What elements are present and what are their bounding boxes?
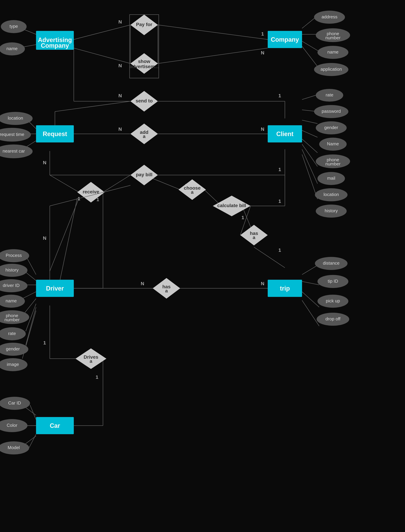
cardinality-paybill-1: 1 <box>278 167 281 172</box>
entity-company-label: Company <box>271 36 299 43</box>
attr-request-time-label: request time <box>0 132 24 137</box>
attr-client-location-label: location <box>324 192 339 197</box>
attr-request-location-label: location <box>8 115 23 121</box>
rel-show-ad-label1: show <box>138 59 150 64</box>
attr-driver-phone-label2: number <box>5 317 20 322</box>
attr-driver-image-label: image <box>7 362 19 367</box>
rel-calculate-bill-label: calculate bill <box>217 203 246 208</box>
svg-line-50 <box>302 300 319 326</box>
attr-trip-pick-up-label: pick up <box>326 298 340 303</box>
rel-send-to-label: send to <box>135 98 153 103</box>
rel-has-a1-label2: a <box>253 235 255 240</box>
svg-line-3 <box>158 48 268 63</box>
svg-line-20 <box>302 144 317 167</box>
attr-trip-tip-id-label: tip ID <box>328 278 338 284</box>
entity-trip-label: trip <box>280 285 290 292</box>
svg-line-67 <box>29 434 36 448</box>
svg-line-31 <box>50 175 79 192</box>
rel-pay-for-label: Pay for <box>136 22 152 27</box>
attr-client-mail-label: mail <box>327 175 335 181</box>
attr-trip-distance-label: distance <box>323 261 340 266</box>
rel-has-a2-label2: a <box>165 288 168 293</box>
cardinality-send-1: 1 <box>278 93 281 98</box>
rel-show-ad-label2: advertisem... <box>129 64 159 69</box>
cardinality-add-n2: N <box>261 127 264 132</box>
svg-line-49 <box>302 292 319 307</box>
er-diagram: N 1 N N N 1 N N N 1 a 1 1 N 1 N N 1 1 Ad… <box>0 0 405 532</box>
attr-driver-history-label: history <box>6 267 19 273</box>
cardinality-calcbill-1: 1 <box>278 199 281 204</box>
attr-trip-drop-off-label: drop off <box>325 316 340 321</box>
entity-request-label: Request <box>43 130 67 137</box>
svg-line-65 <box>30 405 36 420</box>
cardinality-paybill-n: N <box>43 160 46 165</box>
attr-driver-id-label: driver ID <box>3 283 20 288</box>
cardinality-show-n2: N <box>261 50 264 55</box>
attr-company-phone-label2: number <box>325 35 340 40</box>
svg-line-21 <box>302 149 317 184</box>
svg-line-17 <box>302 120 317 124</box>
svg-line-63 <box>302 46 319 69</box>
attr-driver-process-label: Process <box>6 253 22 258</box>
attr-client-history-label: history <box>325 208 338 213</box>
cardinality-receive-right: 1 <box>96 197 99 202</box>
attr-car-color-label: Color <box>7 423 17 428</box>
svg-line-15 <box>302 95 316 100</box>
svg-line-68 <box>103 175 130 192</box>
cardinality-hasa1-top: 1 <box>242 215 244 220</box>
attr-client-gender-label: gender <box>324 125 338 130</box>
cardinality-add-n: N <box>118 127 122 132</box>
svg-line-2 <box>158 25 268 40</box>
cardinality-send-n: N <box>118 93 122 98</box>
entity-car-label: Car <box>50 422 60 429</box>
entity-advertising-company-label2: Company <box>41 42 69 49</box>
rel-choose-label2: a <box>191 189 194 195</box>
cardinality-hasa1-1: 1 <box>278 248 281 253</box>
entity-driver-label-real: Driver <box>46 285 64 292</box>
svg-line-60 <box>302 17 316 28</box>
attr-car-model-label: Model <box>8 445 20 450</box>
entity-client-label: Client <box>276 130 293 137</box>
attr-client-rate-label: rate <box>326 92 333 97</box>
attr-driver-name-label: name <box>6 298 17 303</box>
svg-line-22 <box>302 155 317 199</box>
svg-line-1 <box>74 48 130 63</box>
svg-line-19 <box>302 139 317 153</box>
attr-driver-rate-label: rate <box>8 331 16 336</box>
svg-line-45 <box>26 307 36 345</box>
svg-line-18 <box>302 130 317 137</box>
attr-client-phone-label2: number <box>325 161 340 167</box>
cardinality-pay-for-1: 1 <box>261 31 264 37</box>
rel-add-label2: a <box>143 134 146 139</box>
cardinality-pay-for-n: N <box>118 19 122 25</box>
attr-adv-name-label: name <box>6 46 18 51</box>
svg-line-73 <box>55 101 130 112</box>
attr-client-name-label: Name <box>327 141 339 146</box>
rel-pay-bill-label: pay bill <box>136 172 152 177</box>
attr-company-address-label: address <box>322 14 338 19</box>
cardinality-hasa2-n: N <box>141 281 144 286</box>
svg-line-0 <box>74 25 130 40</box>
attr-adv-type-label: type <box>9 24 18 29</box>
attr-car-id-label: Car ID <box>8 400 21 405</box>
rel-receive-label: receive <box>83 189 99 195</box>
rel-drives-label2: a <box>90 358 92 364</box>
cardinality-drives-1: 1 <box>43 340 46 345</box>
cardinality-hasa2-n2: N <box>261 281 264 286</box>
attr-request-nearest-car-label: nearest car <box>3 148 25 154</box>
attr-driver-gender-label: gender <box>6 346 20 351</box>
attr-client-password-label: password <box>322 109 341 114</box>
svg-line-48 <box>302 282 319 285</box>
cardinality-drives-1b: 1 <box>96 374 98 380</box>
cardinality-show-n: N <box>118 63 122 68</box>
attr-company-application-label: application <box>321 67 342 72</box>
cardinality-receive-n: N <box>43 236 46 241</box>
attr-company-name-label: name <box>327 49 338 54</box>
